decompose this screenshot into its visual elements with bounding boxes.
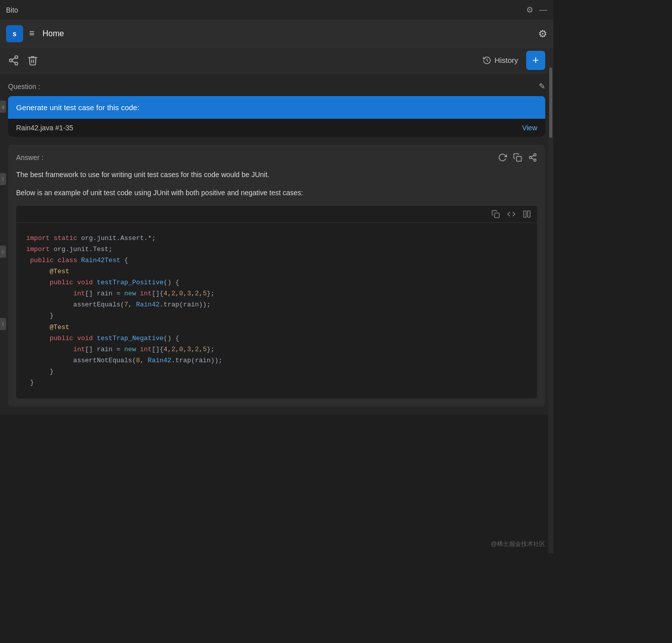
scrollbar[interactable] (548, 47, 553, 553)
question-box: Generate unit test case for this code: R… (8, 96, 545, 137)
copy-icon[interactable] (513, 153, 522, 162)
settings-icon[interactable]: ⚙ (526, 5, 533, 15)
watermark: @稀土掘金技术社区 (491, 540, 545, 548)
left-marker-1: a (0, 101, 6, 113)
code-content: import static org.junit.Assert.*; import… (16, 223, 537, 398)
header-settings-icon[interactable]: ⚙ (538, 28, 547, 40)
view-link[interactable]: View (522, 124, 537, 132)
avatar[interactable]: s (6, 25, 23, 42)
svg-line-4 (12, 57, 15, 59)
scrollbar-thumb[interactable] (549, 67, 552, 138)
answer-section: Answer : The best framework to use for w… (8, 145, 545, 407)
minimize-icon[interactable]: — (539, 6, 547, 15)
code-block: import static org.junit.Assert.*; import… (16, 206, 537, 398)
history-button[interactable]: History (482, 56, 518, 65)
answer-label: Answer : (16, 153, 537, 162)
svg-line-10 (531, 155, 534, 157)
code-toolbar (16, 206, 537, 223)
share-answer-icon[interactable] (528, 153, 537, 162)
title-bar: Bito ⚙ — (0, 0, 553, 20)
code-split-icon[interactable] (523, 210, 531, 218)
code-copy-icon[interactable] (491, 210, 500, 218)
code-view-icon[interactable] (507, 210, 516, 218)
trash-icon[interactable] (27, 55, 38, 66)
svg-point-7 (529, 156, 532, 159)
history-label: History (494, 56, 518, 64)
answer-text-2: Below is an example of unit test code us… (16, 187, 537, 198)
share-icon[interactable] (8, 55, 19, 66)
svg-rect-11 (494, 213, 499, 217)
app-title: Bito (6, 6, 18, 14)
svg-rect-12 (524, 211, 526, 217)
svg-line-3 (12, 61, 15, 63)
answer-text-1: The best framework to use for writing un… (16, 169, 537, 180)
left-marker-4: t (0, 318, 6, 330)
svg-rect-13 (528, 211, 530, 217)
left-markers: a t c t (0, 101, 7, 330)
left-marker-2: t (0, 173, 6, 185)
edit-icon[interactable]: ✎ (539, 82, 545, 91)
header-bar: s ≡ Home ⚙ (0, 20, 553, 47)
refresh-icon[interactable] (498, 153, 507, 162)
svg-rect-5 (517, 156, 522, 162)
question-file-row: Rain42.java #1-35 View (8, 119, 545, 137)
main-content: Question : ✎ Generate unit test case for… (0, 73, 553, 415)
add-button[interactable]: + (526, 51, 545, 70)
svg-point-8 (534, 159, 536, 162)
file-name: Rain42.java #1-35 (16, 124, 73, 132)
left-marker-3: c (0, 246, 6, 258)
question-header: Generate unit test case for this code: (8, 96, 545, 119)
svg-point-6 (534, 154, 536, 156)
answer-actions (498, 153, 537, 162)
svg-line-9 (531, 158, 534, 159)
toolbar: History + (0, 47, 553, 73)
header-title: Home (43, 29, 532, 38)
question-section-label: Question : ✎ (8, 82, 545, 91)
menu-icon[interactable]: ≡ (29, 28, 35, 39)
